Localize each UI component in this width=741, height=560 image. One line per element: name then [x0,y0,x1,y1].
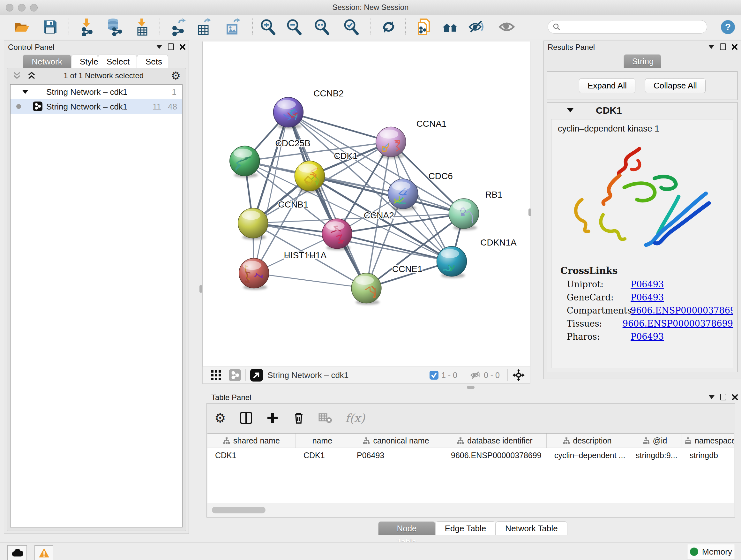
zoom-fit-icon[interactable] [312,17,331,37]
show-eye-icon[interactable] [497,17,516,37]
function-builder-icon[interactable]: f(x) [345,412,365,425]
birdseye-grid-icon[interactable] [210,369,222,381]
refresh-icon[interactable] [379,17,398,37]
crosslink-link[interactable]: P06493 [630,279,664,289]
network-row-selected[interactable]: String Network – cdk1 11 48 [10,99,182,114]
tab-sets[interactable]: Sets [137,55,168,68]
network-node-RB1[interactable]: RB1 [449,190,502,230]
close-panel-icon[interactable] [732,394,738,400]
add-column-icon[interactable] [266,412,279,424]
column-header-description[interactable]: description [547,434,628,448]
panel-menu-icon[interactable] [709,45,714,49]
table-cell[interactable]: CDK1 [296,448,349,462]
network-options-gear-icon[interactable]: ⚙ [171,70,181,81]
search-input[interactable] [561,22,707,31]
hidden-eye-icon[interactable] [470,369,481,381]
toolbar-search[interactable] [548,20,707,34]
tab-node-table[interactable]: Node Table [378,521,435,535]
column-header-namespace[interactable]: namespace [682,434,734,448]
network-node-CCNE1[interactable]: CCNE1 [351,264,422,305]
network-node-CCNA1[interactable]: CCNA1 [376,119,447,159]
network-node-CDKN1A[interactable]: CDKN1A [437,238,517,278]
import-database-icon[interactable] [104,17,123,37]
tab-select[interactable]: Select [98,55,137,68]
column-header-database-identifier[interactable]: database identifier [443,434,547,448]
table-horizontal-scrollbar[interactable] [207,503,734,517]
show-columns-icon[interactable] [239,411,253,425]
fit-content-crosshair-icon[interactable] [512,369,525,381]
table-cell[interactable]: stringdb:9... [628,448,682,462]
crosslink-link[interactable]: P06493 [630,293,664,302]
crosslink-row: Tissues:9606.ENSP00000378699 [567,319,733,328]
selected-checkbox-icon[interactable] [429,370,439,380]
expand-all-icon[interactable] [27,71,37,80]
left-splitter-handle[interactable] [199,285,202,293]
zoom-selected-icon[interactable] [341,17,360,37]
network-edge[interactable] [254,273,366,288]
column-header--id[interactable]: @id [628,434,682,448]
table-cell[interactable]: cyclin–dependent ... [547,448,628,462]
crosslink-link[interactable]: 9606.ENSP00000378699 [630,306,733,315]
scrollbar-thumb[interactable] [212,507,266,513]
help-button[interactable]: ? [721,20,735,34]
table-cell[interactable]: CDK1 [207,448,296,462]
export-image-icon[interactable] [223,17,242,37]
cloud-button[interactable] [7,545,27,560]
table-cell[interactable]: stringdb [682,448,734,462]
column-header-canonical-name[interactable]: canonical name [349,434,443,448]
save-session-icon[interactable] [41,17,60,37]
import-table-icon[interactable] [133,17,152,37]
export-network-icon[interactable] [169,17,188,37]
collapse-all-icon[interactable] [12,71,22,80]
warnings-button[interactable] [35,545,53,560]
clone-network-icon[interactable] [414,17,434,37]
close-panel-icon[interactable] [732,44,738,50]
column-header-name[interactable]: name [296,434,349,448]
float-panel-icon[interactable] [720,44,726,50]
zoom-in-icon[interactable] [258,17,277,37]
float-panel-icon[interactable] [168,44,174,50]
network-graph[interactable]: CCNB2CCNA1CDC25BCDK1CDC6RB1CCNB1CCNA2CDK… [203,42,530,367]
delete-column-icon[interactable] [292,412,305,424]
table-cell[interactable]: 9606.ENSP00000378699 [443,448,547,462]
tab-string[interactable]: String [623,54,661,68]
table-cell[interactable]: P06493 [349,448,443,462]
export-table-icon[interactable] [194,17,213,37]
memory-button[interactable]: Memory [687,544,735,559]
open-session-icon[interactable] [12,17,31,37]
home-networks-icon[interactable] [441,17,460,37]
delete-table-icon[interactable] [319,412,332,424]
network-node-CCNB2[interactable]: CCNB2 [273,88,344,129]
panel-menu-icon[interactable] [709,395,715,399]
network-edge[interactable] [254,112,288,273]
close-panel-icon[interactable] [180,44,185,50]
column-header-shared-name[interactable]: shared name [207,434,296,448]
tab-network-table[interactable]: Network Table [495,521,567,535]
crosslink-link[interactable]: P06493 [630,332,664,341]
network-share-icon[interactable] [229,369,241,381]
tab-style[interactable]: Style [71,55,98,68]
collapse-all-button[interactable]: Collapse All [645,78,705,93]
panel-menu-icon[interactable] [156,45,162,49]
float-panel-icon[interactable] [720,394,726,400]
expand-all-button[interactable]: Expand All [579,78,635,93]
network-node-CDC6[interactable]: CDC6 [388,171,453,210]
protein-collapse-icon[interactable] [567,108,574,112]
table-options-gear-icon[interactable]: ⚙ [214,413,226,423]
open-in-window-icon[interactable] [250,369,263,381]
network-node-HIST1H1A[interactable]: HIST1H1A [239,250,327,290]
collection-collapse-icon[interactable] [22,90,28,94]
network-canvas[interactable]: CCNB2CCNA1CDC25BCDK1CDC6RB1CCNB1CCNA2CDK… [202,42,530,367]
zoom-out-icon[interactable] [284,17,304,37]
right-splitter-handle[interactable] [529,208,531,216]
node-table[interactable]: shared namenamecanonical namedatabase id… [207,433,734,503]
crosslink-link[interactable]: 9606.ENSP00000378699 [623,319,733,328]
tab-edge-table[interactable]: Edge Table [435,521,495,535]
hide-panel-eye-icon[interactable] [467,17,486,37]
network-edge[interactable] [310,176,464,213]
table-row[interactable]: CDK1CDK1P064939606.ENSP00000378699cyclin… [207,448,734,462]
tab-network[interactable]: Network [23,55,71,68]
network-collection-row[interactable]: String Network – cdk1 1 [10,84,182,99]
bottom-splitter-handle[interactable] [467,386,475,389]
import-network-icon[interactable] [77,17,96,37]
